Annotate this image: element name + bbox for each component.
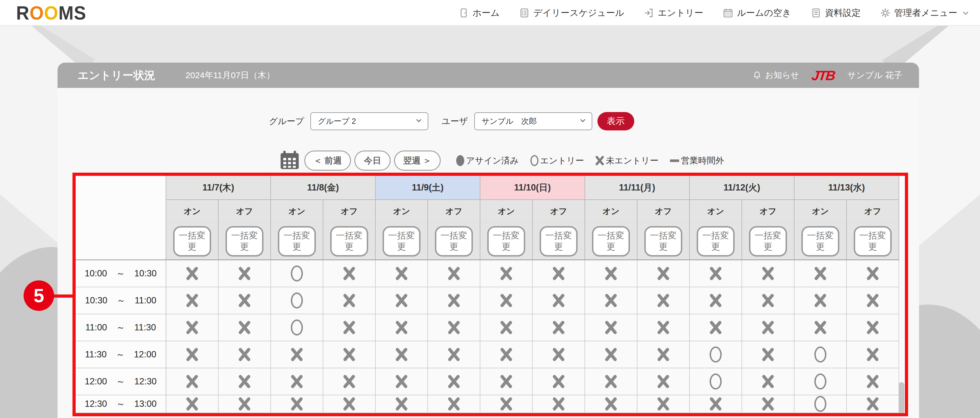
- bulk-change-button[interactable]: 一括変更: [749, 226, 787, 256]
- user-name[interactable]: サンプル 花子: [847, 70, 902, 81]
- entry-status-cell[interactable]: [166, 368, 219, 395]
- nav-item-home[interactable]: ホーム: [458, 7, 500, 19]
- entry-status-cell[interactable]: [690, 314, 742, 341]
- group-select[interactable]: グループ 2: [310, 112, 428, 130]
- entry-status-cell[interactable]: [375, 395, 428, 413]
- entry-status-cell[interactable]: [533, 341, 585, 368]
- entry-status-cell[interactable]: [271, 287, 323, 314]
- entry-status-cell[interactable]: [428, 287, 480, 314]
- entry-status-cell[interactable]: [847, 314, 899, 341]
- entry-status-cell[interactable]: [166, 287, 219, 314]
- entry-status-cell[interactable]: [637, 287, 690, 314]
- entry-status-cell[interactable]: [219, 260, 271, 287]
- entry-status-cell[interactable]: [428, 395, 480, 413]
- entry-status-cell[interactable]: [585, 341, 637, 368]
- entry-status-cell[interactable]: [480, 287, 533, 314]
- bulk-change-button[interactable]: 一括変更: [539, 226, 578, 256]
- bulk-change-button[interactable]: 一括変更: [383, 226, 420, 256]
- entry-status-cell[interactable]: [847, 341, 899, 368]
- bulk-change-button[interactable]: 一括変更: [697, 226, 735, 256]
- entry-status-cell[interactable]: [690, 341, 742, 368]
- notice-link[interactable]: お知らせ: [752, 70, 799, 81]
- entry-status-cell[interactable]: [219, 395, 271, 413]
- entry-status-cell[interactable]: [690, 395, 742, 413]
- entry-status-cell[interactable]: [219, 314, 271, 341]
- prev-week-button[interactable]: ＜前週: [304, 150, 351, 171]
- entry-status-cell[interactable]: [166, 395, 219, 413]
- bulk-change-button[interactable]: 一括変更: [854, 226, 892, 256]
- entry-status-cell[interactable]: [742, 395, 794, 413]
- entry-status-cell[interactable]: [533, 395, 585, 413]
- bulk-change-button[interactable]: 一括変更: [330, 226, 368, 256]
- entry-status-cell[interactable]: [794, 368, 847, 395]
- entry-status-cell[interactable]: [375, 260, 428, 287]
- entry-status-cell[interactable]: [271, 341, 323, 368]
- entry-status-cell[interactable]: [794, 314, 847, 341]
- nav-item-admin-menu[interactable]: 管理者メニュー: [880, 7, 970, 19]
- nav-item-room-availability[interactable]: ルームの空き: [723, 7, 791, 19]
- entry-status-cell[interactable]: [794, 287, 847, 314]
- entry-status-cell[interactable]: [480, 368, 533, 395]
- entry-status-cell[interactable]: [585, 287, 637, 314]
- entry-status-cell[interactable]: [742, 287, 794, 314]
- bulk-change-button[interactable]: 一括変更: [173, 226, 211, 256]
- entry-status-cell[interactable]: [533, 368, 585, 395]
- entry-status-cell[interactable]: [166, 314, 219, 341]
- entry-status-cell[interactable]: [794, 341, 847, 368]
- entry-status-cell[interactable]: [637, 314, 690, 341]
- user-select[interactable]: サンプル 次郎: [474, 112, 592, 130]
- entry-status-cell[interactable]: [480, 341, 533, 368]
- entry-status-cell[interactable]: [847, 287, 899, 314]
- entry-status-cell[interactable]: [375, 341, 428, 368]
- entry-status-cell[interactable]: [323, 260, 375, 287]
- entry-status-cell[interactable]: [323, 368, 375, 395]
- next-week-button[interactable]: 翌週＞: [394, 150, 441, 171]
- entry-status-cell[interactable]: [323, 341, 375, 368]
- entry-status-cell[interactable]: [533, 314, 585, 341]
- entry-status-cell[interactable]: [428, 314, 480, 341]
- entry-status-cell[interactable]: [166, 341, 219, 368]
- entry-status-cell[interactable]: [219, 287, 271, 314]
- entry-status-cell[interactable]: [742, 341, 794, 368]
- entry-status-cell[interactable]: [637, 260, 690, 287]
- bulk-change-button[interactable]: 一括変更: [487, 226, 525, 256]
- entry-status-cell[interactable]: [271, 314, 323, 341]
- entry-status-cell[interactable]: [794, 260, 847, 287]
- entry-status-cell[interactable]: [323, 287, 375, 314]
- entry-status-cell[interactable]: [375, 287, 428, 314]
- entry-status-cell[interactable]: [428, 368, 480, 395]
- bulk-change-button[interactable]: 一括変更: [592, 226, 630, 256]
- entry-status-cell[interactable]: [637, 368, 690, 395]
- entry-status-cell[interactable]: [637, 395, 690, 413]
- entry-status-cell[interactable]: [690, 287, 742, 314]
- entry-status-cell[interactable]: [742, 260, 794, 287]
- entry-status-cell[interactable]: [166, 260, 219, 287]
- entry-status-cell[interactable]: [323, 314, 375, 341]
- entry-status-cell[interactable]: [847, 368, 899, 395]
- entry-status-cell[interactable]: [585, 395, 637, 413]
- entry-status-cell[interactable]: [375, 314, 428, 341]
- entry-status-cell[interactable]: [219, 341, 271, 368]
- nav-item-daily-schedule[interactable]: デイリースケジュール: [519, 7, 624, 19]
- bulk-change-button[interactable]: 一括変更: [226, 226, 264, 256]
- entry-status-cell[interactable]: [742, 314, 794, 341]
- today-button[interactable]: 今日: [355, 150, 391, 171]
- entry-status-cell[interactable]: [428, 341, 480, 368]
- entry-status-cell[interactable]: [480, 314, 533, 341]
- entry-status-cell[interactable]: [428, 260, 480, 287]
- entry-status-cell[interactable]: [271, 260, 323, 287]
- entry-status-cell[interactable]: [585, 368, 637, 395]
- entry-status-cell[interactable]: [794, 395, 847, 413]
- entry-status-cell[interactable]: [690, 368, 742, 395]
- nav-item-entry[interactable]: エントリー: [644, 7, 703, 19]
- entry-status-cell[interactable]: [219, 368, 271, 395]
- bulk-change-button[interactable]: 一括変更: [278, 226, 316, 256]
- show-button[interactable]: 表示: [597, 112, 634, 130]
- entry-status-cell[interactable]: [637, 341, 690, 368]
- entry-status-cell[interactable]: [480, 260, 533, 287]
- entry-status-cell[interactable]: [533, 287, 585, 314]
- entry-status-cell[interactable]: [742, 368, 794, 395]
- entry-status-cell[interactable]: [585, 314, 637, 341]
- entry-status-cell[interactable]: [480, 395, 533, 413]
- entry-status-cell[interactable]: [847, 395, 899, 413]
